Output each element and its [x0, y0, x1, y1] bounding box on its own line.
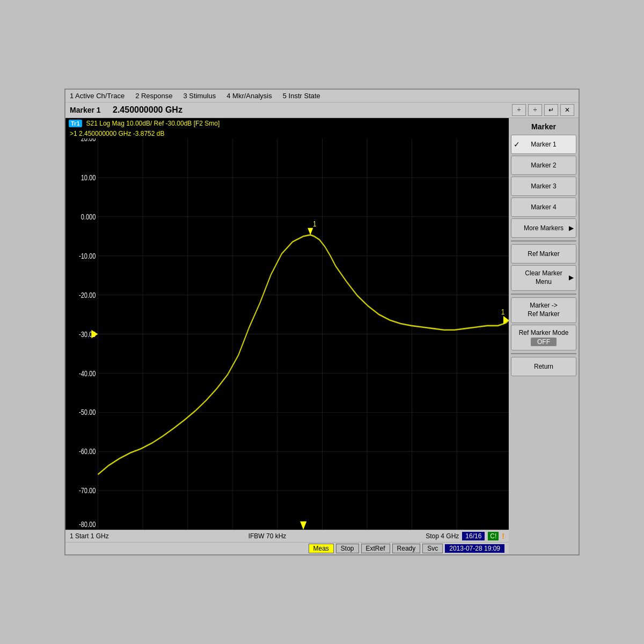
sidebar-marker-ref-marker[interactable]: Marker -> Ref Marker	[511, 297, 576, 323]
menu-active-ch[interactable]: 1 Active Ch/Trace	[70, 92, 125, 100]
svg-text:-40.00: -40.00	[79, 369, 96, 378]
marker-ref-label: Marker -> Ref Marker	[528, 302, 559, 318]
counter-badge: 16/16	[462, 532, 485, 540]
marker-readout: >1 2.450000000 GHz -3.8752 dB	[65, 129, 509, 138]
svg-text:-80.00: -80.00	[79, 519, 96, 529]
sidebar-marker1[interactable]: ✓ Marker 1	[511, 135, 576, 154]
trace-info: S21 Log Mag 10.00dB/ Ref -30.00dB [F2 Sm…	[86, 120, 220, 127]
return-label: Return	[534, 363, 553, 370]
sidebar-return[interactable]: Return	[511, 357, 576, 376]
sidebar-divider3	[511, 353, 576, 354]
marker4-label: Marker 4	[531, 203, 556, 211]
sidebar-marker2[interactable]: Marker 2	[511, 156, 576, 175]
instrument-window: 1 Active Ch/Trace 2 Response 3 Stimulus …	[64, 89, 580, 555]
svg-text:-10.00: -10.00	[79, 251, 96, 260]
chart-container: 20.00 10.00 0.000 -10.00 -20.00 -30.00 -…	[65, 138, 509, 530]
check-icon: ✓	[514, 140, 520, 149]
stop-info: Stop 4 GHz 16/16 C! !	[426, 532, 504, 540]
clear-marker-label: Clear Marker Menu	[525, 269, 562, 286]
status-time: 2013-07-28 19:09	[445, 544, 504, 553]
spectrum-chart: 20.00 10.00 0.000 -10.00 -20.00 -30.00 -…	[65, 138, 509, 530]
svg-text:0.000: 0.000	[81, 213, 96, 222]
ifbw: IFBW 70 kHz	[120, 532, 415, 540]
stop-freq: Stop 4 GHz	[426, 532, 459, 540]
menu-bar: 1 Active Ch/Trace 2 Response 3 Stimulus …	[65, 90, 579, 103]
menu-instr-state[interactable]: 5 Instr State	[283, 92, 320, 100]
excl-badge: !	[502, 532, 504, 540]
svg-text:20.00: 20.00	[81, 138, 96, 143]
c-badge: C!	[488, 532, 499, 540]
status-svc: Svc	[422, 544, 443, 553]
sidebar-more-markers[interactable]: More Markers ▶	[511, 218, 576, 238]
sidebar-marker3[interactable]: Marker 3	[511, 177, 576, 196]
marker-ctrl-close[interactable]: ✕	[560, 104, 574, 116]
ref-marker-mode-container: Ref Marker Mode OFF	[519, 329, 569, 346]
status-extref[interactable]: ExtRef	[361, 544, 390, 553]
marker-ctrl-updown[interactable]: ÷	[512, 104, 526, 116]
trace-header: Tr1 S21 Log Mag 10.00dB/ Ref -30.00dB [F…	[65, 118, 509, 129]
trace-badge: Tr1	[69, 120, 82, 127]
svg-text:10.00: 10.00	[81, 173, 96, 182]
marker2-label: Marker 2	[531, 162, 556, 169]
menu-mkr-analysis[interactable]: 4 Mkr/Analysis	[226, 92, 272, 100]
menu-response[interactable]: 2 Response	[135, 92, 172, 100]
marker-right-label: 1	[501, 308, 504, 317]
ref-marker-label: Ref Marker	[528, 250, 559, 258]
svg-text:-50.00: -50.00	[79, 408, 96, 417]
more-markers-arrow: ▶	[569, 224, 574, 232]
svg-text:-20.00: -20.00	[79, 290, 96, 299]
more-markers-label: More Markers	[524, 224, 564, 232]
sidebar-ref-marker-mode[interactable]: Ref Marker Mode OFF	[511, 325, 576, 350]
sidebar-ref-marker[interactable]: Ref Marker	[511, 244, 576, 264]
marker-ctrl-leftright[interactable]: ÷	[528, 104, 542, 116]
marker-bar: Marker 1 2.450000000 GHz ÷ ÷ ↵ ✕	[65, 103, 579, 118]
sidebar-marker4[interactable]: Marker 4	[511, 197, 576, 217]
marker3-label: Marker 3	[531, 182, 556, 190]
svg-text:-60.00: -60.00	[79, 447, 96, 456]
sidebar-title: Marker	[511, 120, 576, 133]
main-area: Tr1 S21 Log Mag 10.00dB/ Ref -30.00dB [F…	[65, 118, 579, 554]
marker-label: Marker 1	[70, 106, 107, 114]
sidebar: Marker ✓ Marker 1 Marker 2 Marker 3 Mark…	[509, 118, 579, 554]
sidebar-clear-marker-menu[interactable]: Clear Marker Menu ▶	[511, 265, 576, 291]
sidebar-divider2	[511, 294, 576, 295]
menu-stimulus[interactable]: 3 Stimulus	[184, 92, 216, 100]
start-freq: 1 Start 1 GHz	[70, 532, 109, 540]
status-stop[interactable]: Stop	[336, 544, 359, 553]
chart-area: Tr1 S21 Log Mag 10.00dB/ Ref -30.00dB [F…	[65, 118, 509, 554]
marker-controls: ÷ ÷ ↵ ✕	[512, 104, 574, 116]
sidebar-divider	[511, 240, 576, 241]
status-ready: Ready	[392, 544, 421, 553]
ref-marker-mode-value: OFF	[531, 338, 557, 346]
svg-text:-70.00: -70.00	[79, 486, 96, 495]
marker1-label: 1	[313, 219, 316, 229]
status-bar: Meas Stop ExtRef Ready Svc 2013-07-28 19…	[65, 542, 509, 554]
marker-ctrl-enter[interactable]: ↵	[544, 104, 558, 116]
marker-value: 2.450000000 GHz	[113, 105, 507, 115]
marker1-label: Marker 1	[531, 141, 556, 148]
status-meas[interactable]: Meas	[309, 544, 334, 553]
ref-marker-mode-label: Ref Marker Mode	[519, 329, 569, 336]
bottom-bar: 1 Start 1 GHz IFBW 70 kHz Stop 4 GHz 16/…	[65, 530, 509, 542]
clear-marker-arrow: ▶	[569, 274, 574, 282]
